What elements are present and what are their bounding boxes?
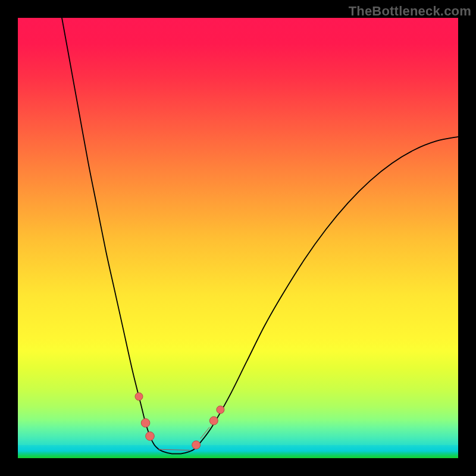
curve-layer — [18, 18, 458, 458]
marker-dot — [192, 441, 201, 449]
marker-dot — [146, 432, 155, 441]
marker-dot — [135, 393, 143, 400]
marker-dot — [217, 406, 224, 414]
bottleneck-curve — [62, 18, 458, 454]
marker-dot — [209, 416, 218, 425]
marker-pill — [159, 449, 190, 450]
marker-dot — [141, 419, 150, 428]
plot-area — [18, 18, 458, 458]
chart-stage: TheBottleneck.com — [0, 0, 476, 476]
marker-layer — [135, 393, 224, 450]
watermark-text: TheBottleneck.com — [349, 4, 471, 19]
